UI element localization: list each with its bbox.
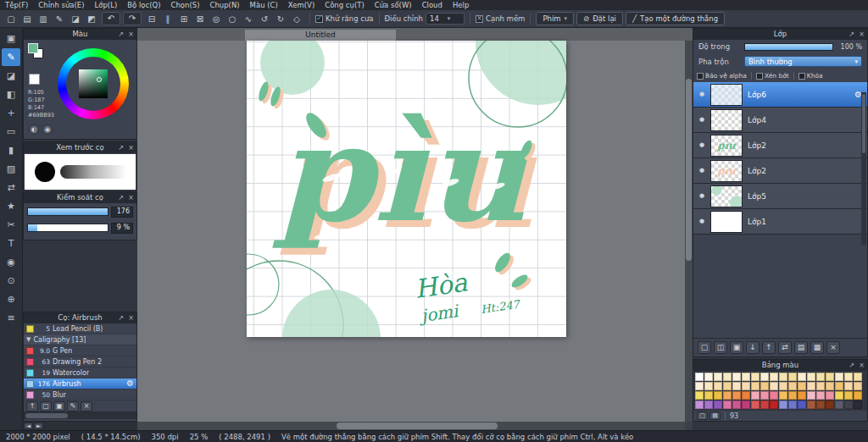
palette-swatch[interactable] bbox=[714, 382, 722, 390]
palette-swatch[interactable] bbox=[788, 382, 797, 390]
eyedropper-button[interactable]: ◉ bbox=[42, 124, 53, 135]
delete-brush-button[interactable]: × bbox=[81, 401, 92, 412]
gradient-tool[interactable]: ▨ bbox=[2, 160, 20, 178]
visibility-icon[interactable]: ● bbox=[698, 218, 705, 224]
brush-list-header[interactable]: Cọ: Airbrush ↗ × bbox=[24, 312, 136, 323]
add-brush-button[interactable]: ▢ bbox=[40, 401, 52, 412]
palette-swatch[interactable] bbox=[854, 373, 862, 381]
color-panel-header[interactable]: Màu ↗ × bbox=[24, 29, 136, 40]
add-folder-button[interactable]: ▣ bbox=[730, 341, 743, 354]
palette-swatch[interactable] bbox=[714, 401, 722, 409]
palette-swatch[interactable] bbox=[788, 391, 797, 400]
palette-swatch[interactable] bbox=[835, 391, 843, 400]
snap-radial-icon[interactable]: ◎ bbox=[209, 12, 224, 25]
palette-swatch[interactable] bbox=[742, 373, 750, 381]
material-button[interactable]: ▦ bbox=[810, 341, 824, 354]
fill-tool[interactable]: ◧ bbox=[2, 86, 20, 103]
palette-swatch[interactable] bbox=[844, 391, 853, 400]
close-icon[interactable]: × bbox=[127, 315, 135, 322]
soft-edge-checkbox[interactable]: × bbox=[476, 15, 483, 23]
palette-swatch[interactable] bbox=[798, 382, 806, 390]
move-tool[interactable]: + bbox=[2, 104, 20, 122]
canvas-horizontal-scrollbar[interactable] bbox=[137, 422, 685, 430]
palette-swatch[interactable] bbox=[742, 401, 750, 409]
palette-swatch[interactable] bbox=[695, 391, 704, 400]
palette-swatch[interactable] bbox=[770, 373, 778, 381]
divide-tool[interactable]: ≡ bbox=[2, 309, 20, 327]
snap-curve-icon[interactable]: ∿ bbox=[241, 12, 256, 25]
close-icon[interactable]: × bbox=[858, 31, 865, 38]
add-color-button[interactable]: ▢ bbox=[697, 412, 708, 420]
palette-swatch[interactable] bbox=[760, 373, 769, 381]
brush-control-header[interactable]: Kiểm soát cọ ↗ × bbox=[24, 192, 136, 203]
snap-crosshatch-icon[interactable]: ⊞ bbox=[176, 12, 192, 25]
palette-swatch[interactable] bbox=[760, 382, 769, 390]
palette-swatch[interactable] bbox=[788, 373, 797, 381]
menu-item-8[interactable]: Xem(V) bbox=[283, 1, 320, 9]
palette-swatch[interactable] bbox=[732, 401, 741, 409]
brush-folder-button[interactable]: ▣ bbox=[53, 401, 65, 412]
close-icon[interactable]: × bbox=[127, 145, 135, 152]
color-mode-button[interactable]: ◐ bbox=[29, 124, 39, 135]
menu-item-6[interactable]: Chụp(N) bbox=[204, 1, 244, 9]
scrollbar-thumb[interactable] bbox=[25, 413, 68, 418]
redo-button[interactable]: ↷ bbox=[123, 12, 142, 25]
scroll-left-icon[interactable]: ◄ bbox=[24, 423, 33, 429]
palette-swatch[interactable] bbox=[835, 382, 843, 390]
scrollbar-thumb[interactable] bbox=[686, 79, 692, 261]
select-mode-icon[interactable]: ◩ bbox=[84, 12, 99, 25]
brush-mode-icon[interactable]: ✎ bbox=[52, 12, 67, 25]
brush-item-row[interactable]: 176Airbrush⚙ bbox=[24, 378, 136, 390]
palette-swatch[interactable] bbox=[779, 382, 787, 390]
bucket-tool[interactable]: ▮ bbox=[2, 141, 20, 159]
layer-row[interactable]: ●Lớp4 bbox=[693, 108, 867, 133]
brush-item-row[interactable]: 9.0G Pen bbox=[24, 345, 136, 356]
layer-row[interactable]: ●Lớp1 bbox=[693, 209, 867, 235]
scrollbar-thumb[interactable] bbox=[862, 94, 865, 153]
visibility-icon[interactable]: ● bbox=[698, 117, 705, 123]
palette-swatch[interactable] bbox=[854, 391, 862, 400]
reset-view-icon[interactable]: ◇ bbox=[289, 12, 304, 25]
canvas-document[interactable]: pìupìuHòajomiHt:247 bbox=[247, 41, 566, 337]
menu-item-5[interactable]: Chọn(S) bbox=[166, 1, 205, 9]
select-tool[interactable]: ▭ bbox=[2, 123, 20, 141]
menu-item-10[interactable]: Cửa sổ(W) bbox=[370, 1, 417, 9]
palette-swatch[interactable] bbox=[844, 373, 853, 381]
move-layer-up-button[interactable]: ↑ bbox=[762, 341, 776, 354]
palette-swatch[interactable] bbox=[826, 391, 834, 400]
dock-scrollbar[interactable]: ◄ ► bbox=[23, 422, 137, 430]
undo-button[interactable]: ↶ bbox=[102, 12, 120, 25]
layer-row[interactable]: ●pìuLớp2 bbox=[693, 158, 867, 184]
palette-swatch[interactable] bbox=[844, 401, 853, 409]
brush-item-row[interactable]: 50Blur bbox=[24, 390, 136, 401]
palette-swatch[interactable] bbox=[816, 401, 825, 409]
create-line-button[interactable]: ╱ Tạo một đường thẳng bbox=[626, 12, 725, 25]
save-file-icon[interactable]: ▥ bbox=[36, 12, 51, 25]
popout-icon[interactable]: ↗ bbox=[117, 145, 125, 152]
adjust-dropdown[interactable]: 14 ▾ bbox=[426, 13, 465, 25]
popout-icon[interactable]: ↗ bbox=[848, 31, 855, 38]
layer-list-scrollbar[interactable] bbox=[861, 92, 866, 245]
menu-item-7[interactable]: Màu (C) bbox=[245, 1, 283, 9]
layer-row[interactable]: ●pìuLớp2 bbox=[693, 133, 867, 158]
current-color-swatch[interactable] bbox=[29, 74, 40, 85]
transform-tool[interactable]: ⇄ bbox=[2, 179, 20, 196]
palette-menu-button[interactable]: ▤ bbox=[709, 412, 721, 420]
brush-tool[interactable]: ✎ bbox=[2, 48, 20, 66]
brush-size-slider[interactable] bbox=[27, 207, 108, 216]
menu-item-3[interactable]: Lớp(L) bbox=[90, 1, 123, 9]
palette-swatch[interactable] bbox=[807, 391, 815, 400]
sv-selector[interactable] bbox=[97, 77, 102, 82]
add-layer-button[interactable]: ▢ bbox=[698, 341, 711, 354]
snap-vanishing-point-icon[interactable]: ⊠ bbox=[192, 12, 208, 25]
palette-swatch[interactable] bbox=[816, 391, 825, 400]
palette-swatch[interactable] bbox=[695, 382, 704, 390]
palette-swatch[interactable] bbox=[723, 401, 732, 409]
palette-panel-header[interactable]: Bảng màu ↗ × bbox=[693, 360, 867, 371]
palette-swatch[interactable] bbox=[760, 401, 769, 409]
palette-swatch[interactable] bbox=[714, 391, 722, 400]
zoom-tool[interactable]: ⊕ bbox=[2, 290, 20, 308]
palette-swatch[interactable] bbox=[844, 382, 853, 390]
eyedropper-tool[interactable]: ◉ bbox=[2, 253, 20, 271]
saturation-value-box[interactable] bbox=[79, 69, 108, 98]
